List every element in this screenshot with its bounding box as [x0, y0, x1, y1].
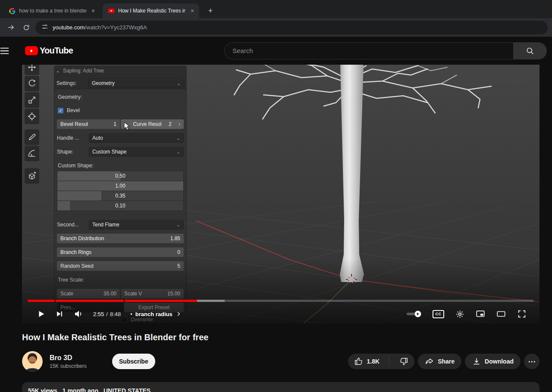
subscribe-button[interactable]: Subscribe	[112, 354, 155, 369]
shape-dropdown[interactable]: Custom Shape ⌄	[89, 147, 184, 157]
tab-title: how to make a tree in blender	[19, 8, 86, 14]
blender-operator-panel: ⌄ Sapling: Add Tree Settings: Geometry ⌄…	[54, 66, 187, 323]
custom-shape-value: 0.35	[57, 191, 183, 201]
search-input[interactable]	[224, 42, 513, 60]
chapter-marker	[55, 299, 56, 302]
handle-value: Auto	[92, 135, 103, 141]
forward-button[interactable]	[4, 21, 17, 34]
more-actions-button[interactable]: ⋯	[524, 354, 539, 369]
chevron-right-icon	[176, 311, 182, 317]
chevron-down-icon: ⌄	[176, 222, 180, 228]
custom-shape-slider[interactable]: 0.35	[57, 191, 183, 201]
share-button[interactable]: Share	[418, 354, 461, 369]
add-cube-tool-icon[interactable]	[25, 168, 39, 184]
channel-avatar[interactable]	[22, 351, 43, 372]
measure-tool-icon[interactable]	[25, 146, 39, 161]
cc-label: CC	[436, 312, 442, 316]
search-button[interactable]	[513, 42, 547, 60]
volume-button[interactable]	[73, 309, 84, 319]
theater-mode-button[interactable]	[496, 309, 506, 319]
channel-text: Bro 3D 15K subscribers	[50, 354, 112, 369]
slider-value: 1.85	[170, 235, 180, 241]
subtitles-button[interactable]: CC	[433, 310, 444, 318]
settings-dropdown[interactable]: Geometry ⌄	[88, 78, 184, 88]
branch-distribution-slider[interactable]: Branch Distribution 1.85	[57, 234, 184, 243]
move-tool-icon[interactable]	[25, 65, 39, 75]
fullscreen-button[interactable]	[517, 309, 527, 319]
rotate-tool-icon[interactable]	[25, 76, 39, 91]
secondary-dropdown[interactable]: Tend Flame ⌄	[89, 220, 184, 229]
download-label: Download	[485, 358, 514, 365]
autoplay-toggle[interactable]	[406, 310, 421, 317]
url-path: /watch?v=Yyc237Wxg6A	[85, 24, 147, 31]
handle-dropdown[interactable]: Auto ⌄	[89, 133, 184, 143]
transform-tool-icon[interactable]	[25, 109, 39, 124]
dislike-button[interactable]	[393, 354, 414, 369]
chapter-marker	[124, 299, 125, 302]
custom-shape-slider[interactable]: 1.00	[57, 181, 183, 191]
custom-shape-slider[interactable]: 0.10	[57, 201, 183, 210]
branch-rings-slider[interactable]: Branch Rings 0	[57, 248, 184, 257]
channel-name[interactable]: Bro 3D	[50, 354, 112, 362]
close-icon[interactable]: ×	[90, 7, 97, 14]
collapse-caret-icon[interactable]: ⌄	[56, 68, 60, 74]
address-bar[interactable]: youtube.com/watch?v=Yyc237Wxg6A	[35, 21, 548, 34]
description-box[interactable]: 55K views 1 month ago UNITED STATES	[22, 382, 539, 392]
next-button[interactable]	[55, 310, 64, 318]
miniplayer-button[interactable]	[476, 309, 485, 319]
thumbs-down-icon	[399, 357, 408, 366]
owner-row: Bro 3D 15K subscribers Subscribe 1.8K Sh…	[22, 351, 539, 372]
scale-v-label: Scale V	[124, 291, 142, 297]
upload-age: 1 month ago	[63, 387, 98, 392]
chevron-down-icon: ⌄	[177, 81, 181, 86]
subscriber-count: 15K subscribers	[50, 363, 112, 369]
slider-value: 5	[177, 263, 180, 269]
tab-strip: how to make a tree in blender × How I Ma…	[0, 0, 552, 18]
time-display: 2:55 / 8:48	[93, 311, 121, 317]
scale-v-slider[interactable]: Scale V 15.00	[121, 289, 184, 298]
video-title: How I Make Realistic Trees in Blender fo…	[22, 331, 539, 343]
bevel-checkbox-row[interactable]: ✓ Bevel	[57, 107, 184, 113]
like-button[interactable]: 1.8K	[348, 354, 386, 369]
check-icon: ✓	[59, 108, 62, 113]
play-button[interactable]	[36, 309, 46, 319]
tab-title: How I Make Realistic Trees in Bl	[118, 8, 185, 14]
chapter-title: branch radius	[135, 311, 172, 317]
scale-slider[interactable]: Scale 35.00	[57, 289, 120, 298]
progress-bar[interactable]	[28, 300, 533, 302]
time-total: 8:48	[110, 311, 121, 317]
scale-v-value: 15.00	[167, 291, 180, 297]
stepper-right-icon[interactable]: ›	[179, 121, 180, 127]
time-current: 2:55	[93, 311, 104, 317]
youtube-play-icon	[25, 46, 38, 55]
site-settings-icon[interactable]	[41, 23, 48, 31]
settings-gear-icon[interactable]	[455, 310, 464, 319]
ch apter-button[interactable]: • branch radius	[130, 311, 182, 317]
tab-current-video[interactable]: How I Make Realistic Trees in Bl ×	[103, 3, 199, 18]
like-dislike-pill: 1.8K	[348, 354, 415, 369]
reload-button[interactable]	[20, 21, 33, 34]
menu-icon[interactable]	[0, 46, 10, 56]
bullet-icon: •	[130, 311, 132, 317]
download-icon	[472, 357, 481, 366]
google-favicon-icon	[9, 7, 16, 14]
download-button[interactable]: Download	[465, 354, 521, 369]
youtube-logo[interactable]: YouTube	[25, 46, 73, 56]
close-icon[interactable]: ×	[189, 7, 196, 14]
custom-shape-slider[interactable]: 0.50	[57, 171, 183, 181]
custom-shape-value: 1.00	[57, 181, 183, 191]
bevel-resol-field[interactable]: Bevel Resol 1	[57, 119, 120, 129]
scale-tool-icon[interactable]	[25, 92, 39, 108]
played-bar	[28, 300, 197, 302]
new-tab-button[interactable]: +	[204, 5, 216, 17]
youtube-favicon-icon	[108, 7, 115, 14]
tab-search-results[interactable]: how to make a tree in blender ×	[3, 3, 100, 18]
panel-header[interactable]: ⌄ Sapling: Add Tree	[54, 66, 187, 76]
custom-shape-sliders: 0.50 1.00 0.35 0.10	[57, 171, 184, 211]
checkbox-checked-icon[interactable]: ✓	[58, 108, 63, 113]
annotate-tool-icon[interactable]	[25, 129, 39, 145]
watch-page-content: How I Make Realistic Trees in Blender fo…	[22, 331, 539, 392]
video-player[interactable]: ⌄ Sapling: Add Tree Settings: Geometry ⌄…	[22, 65, 539, 323]
random-seed-slider[interactable]: Random Seed 5	[57, 261, 184, 271]
slider-value: 0	[177, 249, 180, 255]
